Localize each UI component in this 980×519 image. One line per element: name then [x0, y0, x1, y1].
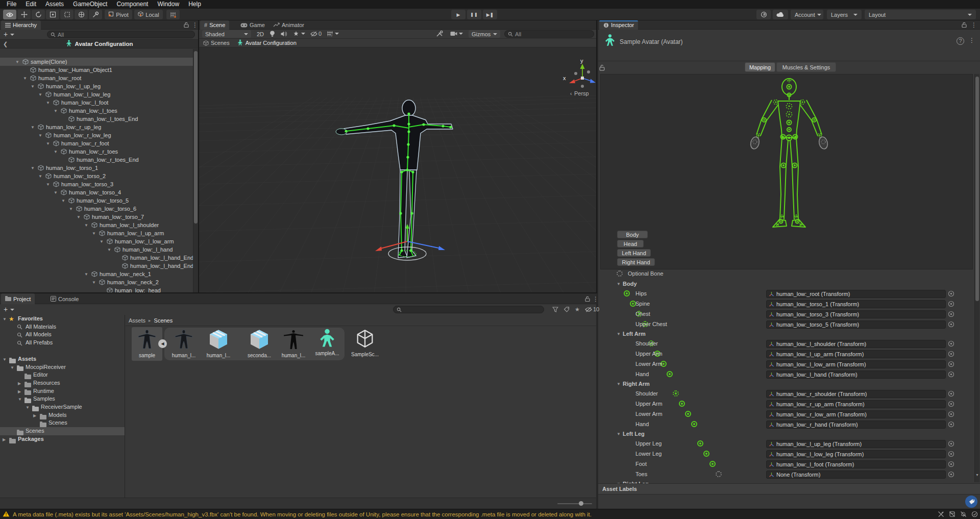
object-picker-icon[interactable] — [948, 440, 954, 448]
layout-dropdown[interactable]: Layout — [865, 10, 976, 19]
expand-icon[interactable]: ▼ — [84, 272, 88, 277]
object-picker-icon[interactable] — [948, 401, 954, 408]
favorite-search-icon[interactable]: ★ — [575, 306, 580, 313]
bone-object-field[interactable]: human_low:_r_shoulder (Transform) — [766, 390, 946, 398]
breadcrumb-scene[interactable]: Scenes — [203, 40, 230, 46]
hidden-packages-count[interactable]: 10 — [585, 306, 599, 312]
version-control-button[interactable] — [756, 10, 771, 19]
add-object-button[interactable]: + — [4, 30, 8, 38]
prefab-expand-button[interactable]: ◀ — [158, 339, 167, 348]
tab-animator[interactable]: Animator — [269, 20, 308, 30]
scene-viewport[interactable]: y x z ‹ Persp — [199, 47, 596, 293]
hierarchy-row[interactable]: ▼human_low:_torso_4 — [0, 188, 198, 196]
bone-object-field[interactable]: None (Transform) — [766, 471, 946, 479]
slider-knob[interactable] — [579, 501, 583, 506]
lock-icon[interactable] — [184, 22, 189, 29]
hierarchy-row[interactable]: ▼human_low:_l_foot — [0, 98, 198, 107]
object-picker-icon[interactable] — [948, 340, 954, 348]
section-expand-icon[interactable]: ▼ — [617, 282, 621, 286]
bone-object-field[interactable]: human_low:_l_hand (Transform) — [766, 370, 946, 379]
expand-icon[interactable]: ▼ — [15, 60, 19, 64]
expand-icon[interactable]: ▼ — [46, 141, 50, 146]
hierarchy-row[interactable]: ▼human_low:_l_up_leg — [0, 82, 198, 90]
cloud-services-button[interactable] — [773, 10, 788, 19]
hierarchy-row[interactable]: ▼human_low:_root — [0, 74, 198, 82]
hierarchy-row[interactable]: ▼sample(Clone) — [0, 58, 198, 66]
expand-icon[interactable]: ▼ — [92, 231, 96, 236]
tab-scene[interactable]: #Scene — [200, 20, 229, 30]
expand-icon[interactable]: ▼ — [54, 150, 58, 154]
hierarchy-row[interactable]: ▼human_low:_r_foot — [0, 139, 198, 147]
bone-object-field[interactable]: human_low:_r_up_arm (Transform) — [766, 400, 946, 408]
shading-mode-dropdown[interactable]: Shaded — [202, 30, 251, 38]
breadcrumb-assets[interactable]: Assets — [129, 317, 145, 324]
object-picker-icon[interactable] — [948, 411, 954, 418]
expand-icon[interactable]: ▼ — [38, 174, 42, 179]
pause-button[interactable]: ❚❚ — [467, 10, 481, 19]
expand-icon[interactable]: ▼ — [69, 207, 73, 211]
status-message[interactable]: A meta data file (.meta) exists but its … — [13, 511, 592, 517]
scene-tools-icon[interactable] — [436, 31, 443, 38]
bone-object-field[interactable]: human_low:_l_up_arm (Transform) — [766, 350, 946, 358]
effects-dropdown[interactable] — [293, 31, 305, 38]
hierarchy-row[interactable]: ▼human_low:_l_hand — [0, 245, 198, 254]
play-button[interactable]: ▶ — [451, 10, 465, 19]
expand-icon[interactable]: ▼ — [31, 125, 35, 130]
layers-dropdown[interactable]: Layers — [827, 10, 862, 19]
search-by-type-icon[interactable] — [552, 307, 558, 313]
object-picker-icon[interactable] — [948, 451, 954, 458]
hierarchy-row[interactable]: ▼human_low:_l_up_arm — [0, 229, 198, 237]
hierarchy-row[interactable]: ▼human_low:_r_toes — [0, 147, 198, 156]
object-picker-icon[interactable] — [948, 421, 954, 429]
grid-snap-toggle[interactable] — [166, 10, 180, 19]
bone-object-field[interactable]: human_low:_l_low_leg (Transform) — [766, 450, 946, 458]
menu-edit[interactable]: Edit — [21, 0, 41, 9]
object-picker-icon[interactable] — [948, 390, 954, 398]
asset-item-4[interactable]: seconda... — [243, 328, 276, 358]
create-caret-icon[interactable] — [10, 309, 14, 311]
scene-search-input[interactable]: All — [504, 30, 594, 38]
project-search-input[interactable] — [393, 306, 544, 313]
move-tool-button[interactable] — [17, 10, 31, 19]
expand-icon[interactable]: ▼ — [54, 190, 58, 195]
breadcrumb-folder[interactable]: Scenes — [154, 317, 173, 324]
hierarchy-row[interactable]: ▼human_low:_torso_7 — [0, 213, 198, 221]
tab-hierarchy[interactable]: Hierarchy — [1, 20, 41, 30]
menu-assets[interactable]: Assets — [41, 0, 68, 9]
custom-tool-button[interactable] — [89, 10, 102, 19]
object-picker-icon[interactable] — [948, 371, 954, 379]
asset-item-3[interactable]: human_l... — [202, 328, 235, 358]
lock-icon[interactable] — [585, 296, 590, 303]
hierarchy-row[interactable]: ▼human_low:_r_low_leg — [0, 131, 198, 139]
back-button[interactable]: ❮ — [3, 41, 8, 47]
object-picker-icon[interactable] — [948, 471, 954, 479]
bone-object-field[interactable]: human_low:_l_foot (Transform) — [766, 460, 946, 468]
bone-object-field[interactable]: human_low:_r_low_arm (Transform) — [766, 410, 946, 418]
asset-item-6[interactable]: sampleA... — [311, 328, 344, 356]
expand-icon[interactable]: ▼ — [3, 317, 7, 322]
expand-icon[interactable]: ▼ — [31, 84, 35, 89]
tab-game[interactable]: Game — [236, 20, 269, 30]
scene-visibility-toggle[interactable]: 0 — [310, 31, 322, 37]
activity-clock-icon[interactable] — [971, 511, 978, 518]
expand-icon[interactable]: ▼ — [31, 166, 35, 170]
object-picker-icon[interactable] — [948, 301, 954, 308]
bone-object-field[interactable]: human_low:_torso_3 (Transform) — [766, 310, 946, 318]
section-expand-icon[interactable]: ▼ — [617, 432, 621, 436]
expand-icon[interactable]: ▼ — [61, 199, 65, 203]
menu-gameobject[interactable]: GameObject — [68, 0, 112, 9]
menu-component[interactable]: Component — [112, 0, 153, 9]
expand-icon[interactable]: ▼ — [100, 239, 104, 244]
hierarchy-row[interactable]: ▼human_low:_r_up_leg — [0, 123, 198, 131]
search-by-label-icon[interactable] — [564, 307, 570, 313]
thumbnail-size-slider[interactable] — [557, 503, 592, 504]
hierarchy-row[interactable]: ▼human_low:_torso_2 — [0, 172, 198, 180]
add-caret-icon[interactable] — [10, 34, 14, 36]
hierarchy-row[interactable]: ▼human_low:_torso_6 — [0, 205, 198, 213]
step-button[interactable]: ▶❚ — [483, 10, 497, 19]
bone-object-field[interactable]: human_low:_l_low_arm (Transform) — [766, 360, 946, 368]
section-expand-icon[interactable]: ▼ — [617, 382, 621, 386]
asset-label-tag-button[interactable] — [965, 496, 977, 508]
menu-help[interactable]: Help — [184, 0, 206, 9]
cache-disabled-icon[interactable] — [949, 511, 955, 518]
